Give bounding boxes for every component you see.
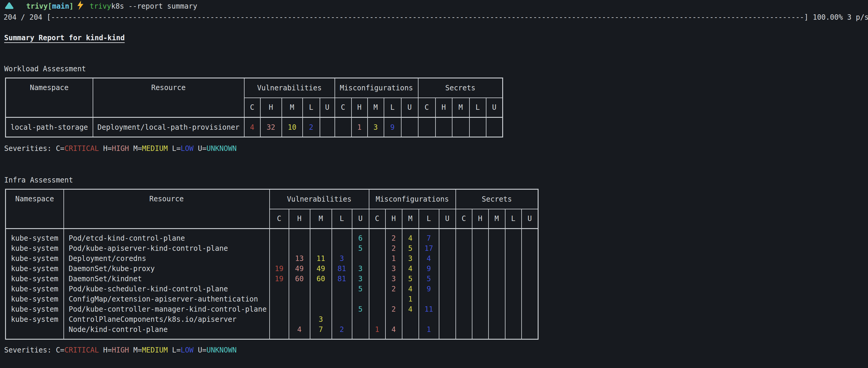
secret-critical-count bbox=[456, 284, 472, 294]
legend-key: U= bbox=[198, 346, 207, 354]
vuln-critical-count bbox=[270, 253, 289, 264]
secret-unknown-count bbox=[522, 314, 538, 324]
secret-medium-count bbox=[489, 243, 505, 253]
vuln-low-count bbox=[332, 294, 352, 304]
legend-severity-low: LOW bbox=[181, 346, 193, 354]
prompt-directory: trivy bbox=[26, 2, 48, 10]
vuln-high-count bbox=[289, 233, 310, 243]
misc-unknown-count bbox=[439, 243, 456, 253]
misc-high-count: 2 bbox=[386, 233, 402, 243]
secret-low-column bbox=[505, 229, 522, 339]
secret-critical-count bbox=[456, 324, 472, 335]
secret-medium-count bbox=[489, 264, 505, 274]
resource-value: Pod/kube-scheduler-kind-control-plane bbox=[64, 284, 269, 294]
vuln-medium-column: 114960 37 bbox=[310, 229, 332, 339]
severity-col-H: H bbox=[472, 209, 489, 229]
namespace-value: kube-system bbox=[6, 304, 63, 314]
workload-table-row: local-path-storage Deployment/local-path… bbox=[6, 117, 503, 137]
misc-unknown-count bbox=[439, 284, 456, 294]
misc-critical-count bbox=[369, 304, 385, 314]
resource-value: Pod/etcd-kind-control-plane bbox=[64, 233, 269, 243]
severity-col-C: C bbox=[418, 98, 435, 117]
legend-severity-medium: MEDIUM bbox=[142, 346, 168, 354]
secret-high-count bbox=[472, 243, 488, 253]
namespace-cell: local-path-storage bbox=[6, 117, 93, 137]
severity-col-H: H bbox=[260, 98, 282, 117]
secret-unknown-count bbox=[522, 243, 538, 253]
legend-severity-critical: CRITICAL bbox=[64, 144, 99, 153]
misc-critical-count bbox=[335, 117, 351, 137]
vuln-low-count bbox=[332, 314, 352, 324]
severity-col-C: C bbox=[456, 209, 472, 229]
misc-unknown-column bbox=[439, 229, 456, 339]
legend-key: H= bbox=[103, 144, 112, 153]
secret-medium-count bbox=[489, 284, 505, 294]
misc-low-count: 11 bbox=[419, 304, 439, 314]
col-group-secrets: Secrets bbox=[418, 78, 503, 98]
severity-col-L: L bbox=[505, 209, 522, 229]
namespace-value: kube-system bbox=[6, 253, 63, 264]
vuln-low-count bbox=[332, 233, 352, 243]
col-group-vulnerabilities: Vulnerabilities bbox=[270, 189, 369, 209]
prompt-triangle-icon bbox=[5, 2, 14, 11]
misc-critical-count bbox=[369, 314, 385, 324]
secret-critical-count bbox=[456, 274, 472, 284]
vuln-critical-count: 19 bbox=[270, 274, 289, 284]
namespace-value: kube-system bbox=[6, 264, 63, 274]
col-header-namespace: Namespace bbox=[6, 189, 64, 229]
vuln-high-count bbox=[289, 314, 310, 324]
vuln-high-count bbox=[289, 243, 310, 253]
secret-low-count bbox=[505, 274, 521, 284]
misc-high-count: 3 bbox=[386, 264, 402, 274]
legend-key: M= bbox=[133, 144, 142, 153]
legend-severity-unknown: UNKNOWN bbox=[207, 144, 237, 153]
secret-critical-count bbox=[418, 117, 435, 137]
legend-label: Severities: bbox=[4, 346, 56, 354]
secret-low-count bbox=[505, 253, 521, 264]
vuln-critical-count bbox=[270, 304, 289, 314]
vuln-unknown-count bbox=[352, 253, 369, 264]
severity-col-H: H bbox=[435, 98, 452, 117]
secret-critical-count bbox=[456, 233, 472, 243]
misc-high-count: 1 bbox=[386, 253, 402, 264]
misc-unknown-count bbox=[439, 274, 456, 284]
vuln-high-count: 49 bbox=[289, 264, 310, 274]
vuln-critical-count bbox=[270, 324, 289, 335]
severity-col-M: M bbox=[402, 209, 419, 229]
legend-key: L= bbox=[172, 144, 181, 153]
secret-unknown-column bbox=[522, 229, 538, 339]
resource-value: Pod/kube-controller-manager-kind-control… bbox=[64, 304, 269, 314]
namespace-value: kube-system bbox=[6, 274, 63, 284]
vuln-unknown-count: 5 bbox=[352, 304, 369, 314]
misc-critical-count bbox=[369, 253, 385, 264]
secret-unknown-count bbox=[522, 274, 538, 284]
misc-medium-count: 3 bbox=[402, 253, 418, 264]
severity-col-L: L bbox=[332, 209, 352, 229]
misc-high-count bbox=[386, 314, 402, 324]
resource-value: Deployment/coredns bbox=[64, 253, 269, 264]
misc-low-column: 7174959 11 1 bbox=[419, 229, 439, 339]
misc-low-count: 7 bbox=[419, 233, 439, 243]
namespace-value: kube-system bbox=[6, 233, 63, 243]
misc-critical-count bbox=[369, 243, 385, 253]
secret-low-count bbox=[505, 284, 521, 294]
legend-severity-medium: MEDIUM bbox=[142, 144, 168, 153]
vuln-unknown-count: 5 bbox=[352, 243, 369, 253]
misc-medium-count: 3 bbox=[368, 117, 384, 137]
secret-low-count bbox=[505, 294, 521, 304]
terminal-screen: { "colors": { "background": "#171a1f", "… bbox=[0, 0, 868, 368]
secret-unknown-count bbox=[522, 284, 538, 294]
misc-critical-column: 1 bbox=[369, 229, 385, 339]
vuln-unknown-count: 3 bbox=[352, 264, 369, 274]
resource-value: Node/kind-control-plane bbox=[64, 324, 269, 335]
resource-value: DaemonSet/kindnet bbox=[64, 274, 269, 284]
workload-section-title: Workload Assessment bbox=[4, 64, 865, 74]
terminal[interactable]: trivy [ main ] trivy k8s --report summar… bbox=[0, 0, 868, 355]
misc-low-count: 1 bbox=[419, 324, 439, 335]
vuln-unknown-column: 65 335 5 bbox=[352, 229, 369, 339]
secret-high-count bbox=[472, 304, 488, 314]
namespace-value: kube-system bbox=[6, 314, 63, 324]
secret-low-count bbox=[505, 304, 521, 314]
misc-unknown-count bbox=[439, 314, 456, 324]
severity-col-H: H bbox=[351, 98, 368, 117]
